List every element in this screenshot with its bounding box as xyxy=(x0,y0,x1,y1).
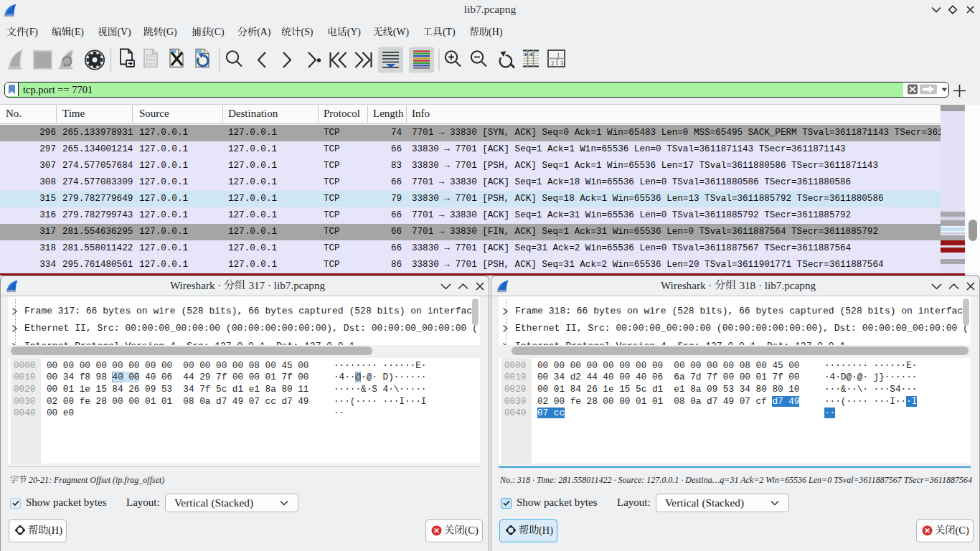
svg-text:3: 3 xyxy=(560,60,563,67)
svg-text:2: 2 xyxy=(551,60,554,67)
svg-text:1: 1 xyxy=(557,52,560,59)
svg-text:0111: 0111 xyxy=(146,62,156,67)
